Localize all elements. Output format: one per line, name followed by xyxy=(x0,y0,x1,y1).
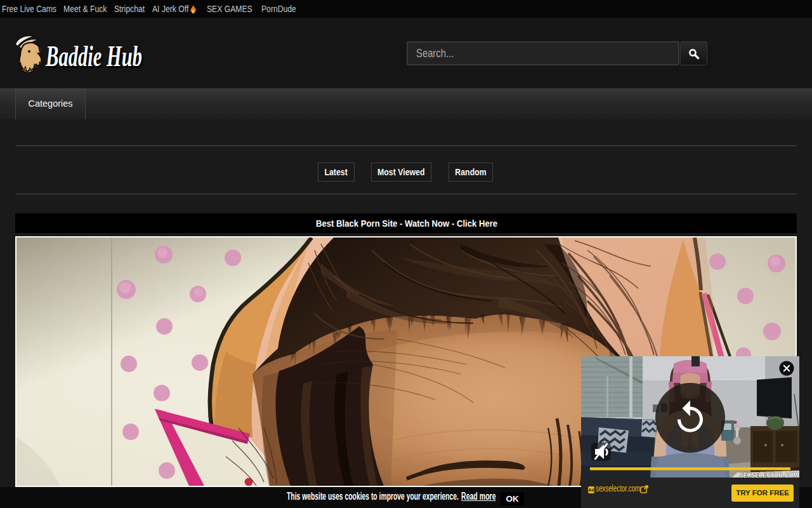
svg-text:SEXSELECTOR.COM: SEXSELECTOR.COM xyxy=(740,471,798,478)
svg-text:Baddie Hub: Baddie Hub xyxy=(45,40,142,72)
